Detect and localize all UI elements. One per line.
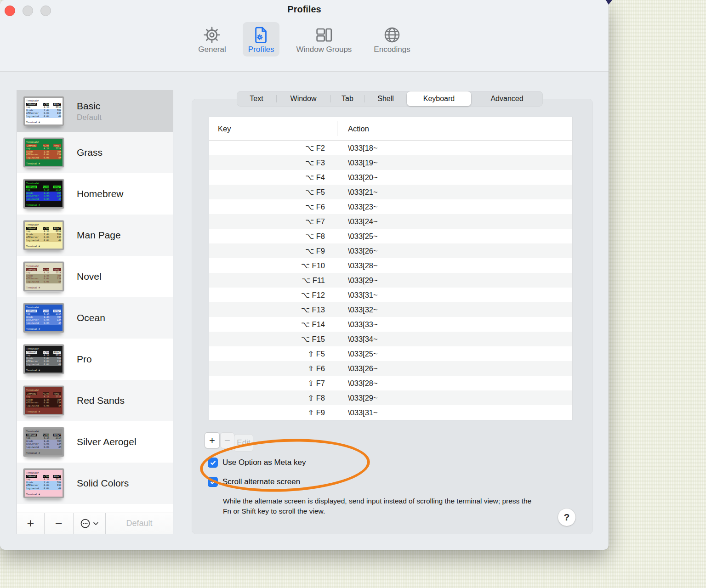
- remove-key-button[interactable]: −: [220, 432, 234, 448]
- table-row[interactable]: ⌥ F13\033[32~: [209, 302, 572, 317]
- column-separator[interactable]: [337, 121, 337, 136]
- toolbar-item-profiles[interactable]: Profiles: [243, 22, 280, 57]
- table-row[interactable]: ⌥ F5\033[21~: [209, 185, 572, 199]
- add-profile-button[interactable]: +: [17, 513, 45, 534]
- profile-actions-button[interactable]: [74, 513, 106, 534]
- profile-list-item[interactable]: Terminal#COMMAND%CPURPRVTtop4.1%231KXcod…: [17, 256, 173, 297]
- profile-name: Ocean: [77, 312, 105, 323]
- add-key-button[interactable]: +: [205, 432, 220, 448]
- tab-advanced[interactable]: Advanced: [471, 91, 543, 107]
- toolbar-item-label: Window Groups: [296, 45, 352, 54]
- profile-list-item[interactable]: Terminal#COMMAND%CPURPRVTtop4.1%231KXcod…: [17, 132, 173, 173]
- thumb-chip: RPRVT: [53, 392, 61, 396]
- thumb-process-mem: 13M: [49, 194, 61, 198]
- table-row[interactable]: ⇧ F6\033[26~: [209, 361, 572, 376]
- thumb-process-mem: 13M: [49, 442, 61, 446]
- tab-keyboard[interactable]: Keyboard: [407, 91, 471, 106]
- thumb-process-mem: 231K: [49, 436, 61, 440]
- tab-text[interactable]: Text: [237, 91, 276, 107]
- thumb-chip: RPRVT: [53, 186, 61, 189]
- toolbar-item-general[interactable]: General: [193, 22, 231, 57]
- profile-name: Red Sands: [77, 395, 125, 406]
- thumb-process-name: Xcode: [26, 192, 39, 195]
- document-gear-icon: [251, 25, 271, 45]
- help-button[interactable]: ?: [558, 509, 575, 526]
- scroll-alternate-screen-checkbox[interactable]: [208, 477, 218, 487]
- profile-name: Pro: [77, 354, 92, 365]
- table-row[interactable]: ⇧ F7\033[28~: [209, 376, 572, 390]
- thumb-header-mem: RPRVT: [49, 268, 61, 271]
- profile-name: Silver Aerogel: [77, 436, 137, 447]
- key-cell: ⌥ F2: [209, 144, 325, 153]
- profile-list-item[interactable]: Terminal#COMMAND%CPURPRVTtop4.1%231KXcod…: [17, 339, 173, 380]
- tab-window[interactable]: Window: [276, 91, 330, 107]
- profile-list-item[interactable]: Terminal#COMMAND%CPURPRVTtop4.1%231KXcod…: [17, 173, 173, 215]
- thumb-process-cpu: 1.4%: [39, 109, 49, 112]
- table-row[interactable]: ⇧ F8\033[29~: [209, 390, 572, 405]
- profile-list-item[interactable]: Terminal#COMMAND%CPURPRVTtop4.1%231KXcod…: [17, 380, 173, 421]
- table-row[interactable]: ⌥ F6\033[23~: [209, 199, 572, 214]
- thumb-process-mem: 13M: [49, 401, 61, 404]
- thumb-header-mem: RPRVT: [49, 351, 61, 354]
- thumb-process-name: top: [26, 436, 39, 440]
- thumb-process-name: top: [26, 354, 39, 357]
- key-column-header[interactable]: Key: [209, 124, 231, 133]
- thumb-process-row: loginwindow0.0%4M: [26, 322, 61, 325]
- action-cell: \033[34~: [325, 335, 378, 344]
- tab-tab[interactable]: Tab: [330, 91, 364, 107]
- profile-list-item[interactable]: Terminal#COMMAND%CPURPRVTtop4.1%231KXcod…: [17, 463, 173, 504]
- thumb-process-mem: 13M: [49, 153, 61, 156]
- profile-text: Silver Aerogel: [77, 436, 137, 447]
- thumb-process-row: top4.1%231K: [26, 230, 61, 233]
- thumb-process-cpu: 0.0%: [39, 401, 49, 404]
- profile-list-item[interactable]: Terminal#COMMAND%CPURPRVTtop4.1%231KXcod…: [17, 421, 173, 463]
- table-row[interactable]: ⌥ F7\033[24~: [209, 214, 572, 229]
- table-row[interactable]: ⌥ F8\033[25~: [209, 229, 572, 243]
- thumb-process-cpu: 1.4%: [39, 150, 49, 153]
- thumb-chip: COMMAND: [26, 434, 37, 437]
- table-row[interactable]: ⌥ F2\033[18~: [209, 141, 572, 155]
- table-row[interactable]: ⌥ F4\033[20~: [209, 170, 572, 185]
- table-row[interactable]: ⌥ F12\033[31~: [209, 288, 572, 302]
- profile-name: Basic: [77, 101, 102, 112]
- key-cell: ⌥ F7: [209, 217, 325, 226]
- table-row[interactable]: ⌥ F15\033[34~: [209, 332, 572, 346]
- profile-list-item[interactable]: Terminal#COMMAND%CPURPRVTtop4.1%231KXcod…: [17, 90, 173, 132]
- table-row[interactable]: ⌥ F3\033[19~: [209, 155, 572, 170]
- table-row[interactable]: ⌥ F9\033[26~: [209, 243, 572, 258]
- thumb-process-mem: 231K: [49, 354, 61, 357]
- thumb-chip: COMMAND: [26, 186, 37, 189]
- action-cell: \033[25~: [325, 232, 378, 241]
- toolbar-item-encodings[interactable]: Encodings: [368, 22, 416, 57]
- thumb-header-row: COMMAND%CPURPRVT: [26, 310, 61, 313]
- edit-key-button[interactable]: Edit: [234, 434, 253, 452]
- thumb-process-cpu: 0.0%: [39, 360, 49, 363]
- profile-list-item[interactable]: Terminal#COMMAND%CPURPRVTtop4.1%231KXcod…: [17, 297, 173, 339]
- thumb-process-mem: 13M: [49, 318, 61, 322]
- table-row[interactable]: ⌥ F10\033[28~: [209, 258, 572, 273]
- table-row[interactable]: ⇧ F9\033[31~: [209, 405, 572, 420]
- action-cell: \033[19~: [325, 158, 378, 167]
- key-cell: ⌥ F4: [209, 173, 325, 182]
- action-column-header[interactable]: Action: [348, 124, 369, 133]
- default-profile-button[interactable]: Default: [106, 513, 173, 534]
- use-option-as-meta-checkbox[interactable]: [208, 458, 218, 468]
- thumb-process-name: loginwindow: [26, 363, 39, 366]
- profile-list-item[interactable]: Terminal#COMMAND%CPURPRVTtop4.1%231KXcod…: [17, 215, 173, 256]
- thumb-process-name: top: [26, 230, 39, 233]
- table-row[interactable]: ⇧ F5\033[25~: [209, 346, 572, 361]
- table-row[interactable]: ⌥ F11\033[29~: [209, 273, 572, 288]
- thumb-process-row: loginwindow0.0%4M: [26, 404, 61, 407]
- thumb-process-name: ATSServer: [26, 401, 39, 404]
- thumb-process-name: Xcode: [26, 150, 39, 153]
- thumb-process-cpu: 0.0%: [39, 236, 49, 239]
- toolbar-items: General Profiles: [0, 22, 609, 57]
- thumb-process-name: loginwindow: [26, 239, 39, 242]
- thumb-process-cpu: 0.0%: [39, 404, 49, 407]
- toolbar-item-window-groups[interactable]: Window Groups: [290, 22, 357, 57]
- table-row[interactable]: ⌥ F14\033[33~: [209, 317, 572, 332]
- remove-profile-button[interactable]: −: [45, 513, 74, 534]
- tab-shell[interactable]: Shell: [364, 91, 407, 107]
- profile-text: Homebrew: [77, 188, 124, 199]
- action-cell: \033[31~: [325, 291, 378, 300]
